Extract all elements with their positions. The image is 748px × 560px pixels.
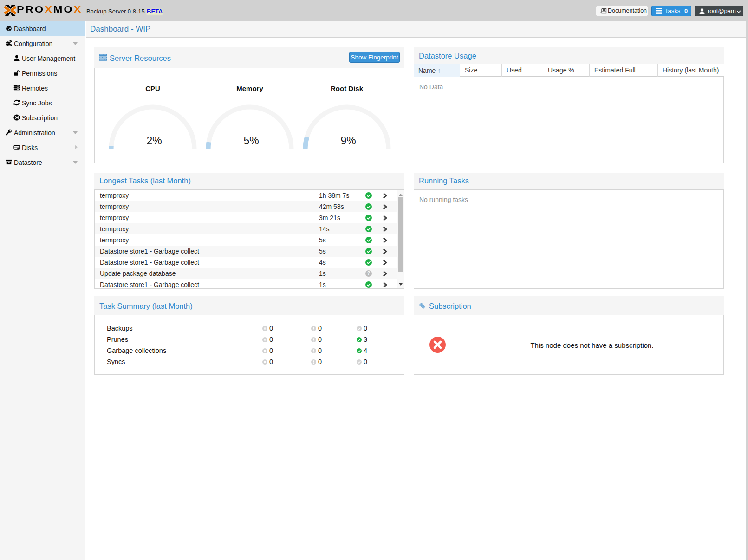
svg-text:?: ? — [367, 271, 370, 276]
